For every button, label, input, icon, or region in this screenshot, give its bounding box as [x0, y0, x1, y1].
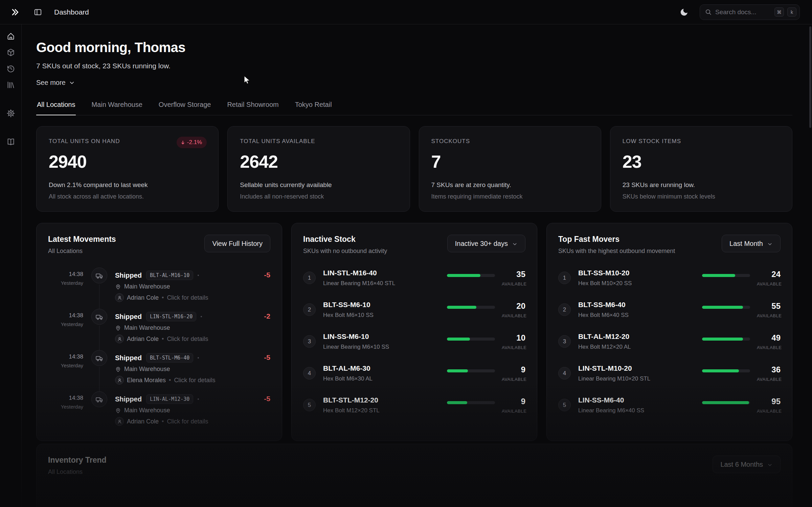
tab-all-locations[interactable]: All Locations [36, 101, 76, 115]
stat-label: STOCKOUTS [431, 138, 589, 145]
panel-title: Latest Movements [48, 235, 116, 244]
avatar [115, 293, 124, 302]
dot-separator [198, 398, 199, 400]
sidebar-item-catalog[interactable] [4, 78, 18, 92]
stock-description: Linear Bearing M6×40 SS [578, 407, 699, 414]
movement-action: Shipped [115, 395, 142, 403]
movement-row[interactable]: 14:38 Yesterday Shipped BLT-ST [48, 350, 270, 385]
tab-tokyo-retail[interactable]: Tokyo Retail [294, 101, 333, 115]
movement-user: Adrian Cole [127, 294, 159, 301]
stock-bar [702, 274, 750, 277]
page-scrollbar[interactable] [809, 26, 811, 128]
stock-row[interactable]: 5 LIN-SS-M6-40 Linear Bearing M6×40 SS 9… [558, 396, 781, 414]
stock-available-value: 36 [757, 365, 781, 374]
fast-movers-period-dropdown[interactable]: Last Month [722, 235, 781, 252]
movement-time: 14:38 Yesterday [48, 391, 83, 426]
latest-movements-panel: Latest Movements All Locations View Full… [36, 223, 282, 441]
available-label: AVAILABLE [502, 409, 525, 414]
movement-details-link[interactable]: Click for details [167, 418, 208, 425]
movement-time-value: 14:38 [48, 395, 83, 401]
inactive-stock-panel: Inactive Stock SKUs with no outbound act… [291, 223, 537, 441]
movement-details-link[interactable]: Click for details [167, 336, 208, 343]
movement-icon-circle [91, 268, 107, 283]
stat-card-units-on-hand[interactable]: TOTAL UNITS ON HAND -2.1% 2940 Down 2.1%… [36, 126, 219, 212]
inactive-stock-header: Inactive Stock SKUs with no outbound act… [303, 235, 525, 255]
search-box[interactable]: ⌘ k [700, 4, 800, 20]
user-icon [117, 419, 122, 424]
movement-time: 14:38 Yesterday [48, 350, 83, 385]
movement-user: Elena Morales [127, 377, 166, 384]
stat-card-stockouts[interactable]: STOCKOUTS 7 7 SKUs are at zero quantity.… [419, 126, 601, 212]
inactive-stock-list: 1 LIN-STL-M16-40 Linear Bearing M16×40 S… [303, 269, 525, 414]
inactive-period-dropdown[interactable]: Inactive 30+ days [447, 235, 525, 252]
view-full-history-button[interactable]: View Full History [204, 235, 270, 252]
rank-badge: 2 [303, 303, 316, 316]
stock-row[interactable]: 2 BLT-SS-M6-40 Hex Bolt M6×40 SS 55 AVAI… [558, 301, 781, 319]
stock-sku: BLT-SS-M6-10 [323, 301, 444, 309]
tab-overflow-storage[interactable]: Overflow Storage [158, 101, 212, 115]
stock-available-value: 95 [757, 397, 781, 406]
stock-bar [702, 369, 750, 372]
stock-description: Linear Bearing M16×40 STL [323, 280, 444, 287]
sidebar-item-docs[interactable] [4, 135, 18, 148]
stock-row[interactable]: 2 BLT-SS-M6-10 Hex Bolt M6×10 SS 20 AVAI… [303, 301, 525, 319]
rank-badge: 3 [558, 335, 571, 348]
avatar [115, 417, 124, 426]
dot-separator: • [162, 336, 164, 343]
movement-icon-circle [91, 309, 107, 325]
stock-row[interactable]: 3 BLT-AL-M12-20 Hex Bolt M12×20 AL 49 AV… [558, 332, 781, 350]
stock-bar-fill [702, 338, 743, 341]
stat-footnote: All stock across all active locations. [49, 193, 206, 200]
rank-badge: 4 [558, 367, 571, 379]
stat-label: TOTAL UNITS AVAILABLE [240, 138, 397, 145]
truck-icon [95, 395, 103, 403]
stock-row[interactable]: 5 BLT-STL-M12-20 Hex Bolt M12×20 STL 9 A… [303, 396, 525, 414]
movement-details-link[interactable]: Click for details [167, 294, 208, 301]
stat-card-low-stock[interactable]: LOW STOCK ITEMS 23 23 SKUs are running l… [610, 126, 792, 212]
movement-row[interactable]: 14:38 Yesterday Shipped BLT-AL [48, 268, 270, 302]
stock-row[interactable]: 1 LIN-STL-M16-40 Linear Bearing M16×40 S… [303, 269, 525, 287]
movement-quantity: -5 [251, 391, 270, 426]
stat-card-units-available[interactable]: TOTAL UNITS AVAILABLE 2642 Sellable unit… [227, 126, 410, 212]
stock-bar-fill [447, 306, 476, 309]
app-logo[interactable] [9, 6, 22, 19]
stat-description: 7 SKUs are at zero quantity. [431, 181, 589, 189]
stock-sku: BLT-AL-M6-30 [323, 364, 444, 372]
stock-available-value: 9 [502, 397, 525, 406]
rank-badge: 5 [558, 399, 571, 411]
movement-time-value: 14:38 [48, 312, 83, 319]
movement-row[interactable]: 14:38 Yesterday Shipped LIN-AL [48, 391, 270, 426]
tab-main-warehouse[interactable]: Main Warehouse [91, 101, 143, 115]
stock-bar-fill [702, 369, 739, 372]
movement-icon-column [83, 268, 115, 302]
stock-row[interactable]: 4 BLT-AL-M6-30 Hex Bolt M6×30 AL 9 AVAIL… [303, 364, 525, 382]
stock-row[interactable]: 1 BLT-SS-M10-20 Hex Bolt M10×20 SS 24 AV… [558, 269, 781, 287]
sidebar-item-history[interactable] [4, 62, 18, 75]
dot-separator [198, 357, 199, 359]
tab-retail-showroom[interactable]: Retail Showroom [226, 101, 279, 115]
sidebar-item-inventory[interactable] [4, 46, 18, 59]
movement-sku-chip: LIN-STL-M16-20 [146, 312, 196, 321]
movement-row[interactable]: 14:38 Yesterday Shipped LIN-ST [48, 309, 270, 343]
sidebar-toggle-button[interactable] [31, 5, 45, 19]
panel-title: Inactive Stock [303, 235, 387, 244]
sidebar-item-settings[interactable] [4, 107, 18, 120]
stock-bar-fill [702, 274, 735, 277]
stock-row[interactable]: 3 LIN-SS-M6-10 Linear Bearing M6×10 SS 1… [303, 332, 525, 350]
truck-icon [95, 313, 103, 321]
see-more-button[interactable]: See more [36, 79, 75, 87]
moon-icon [680, 7, 689, 17]
stock-sku: LIN-SS-M6-10 [323, 332, 444, 341]
movement-action: Shipped [115, 313, 142, 321]
trend-period-dropdown[interactable]: Last 6 Months [713, 456, 781, 473]
map-pin-icon [115, 325, 121, 331]
sidebar-item-home[interactable] [4, 29, 18, 43]
stock-row[interactable]: 4 LIN-STL-M10-20 Linear Bearing M10×20 S… [558, 364, 781, 382]
movement-details-link[interactable]: Click for details [174, 377, 215, 384]
search-input[interactable] [715, 8, 771, 16]
stock-bar-fill [447, 338, 470, 341]
page-title: Dashboard [54, 8, 89, 16]
theme-toggle-button[interactable] [677, 5, 691, 19]
topbar-left: Dashboard [0, 5, 89, 19]
main-content: Good morning, Thomas 7 SKUs out of stock… [22, 24, 812, 507]
